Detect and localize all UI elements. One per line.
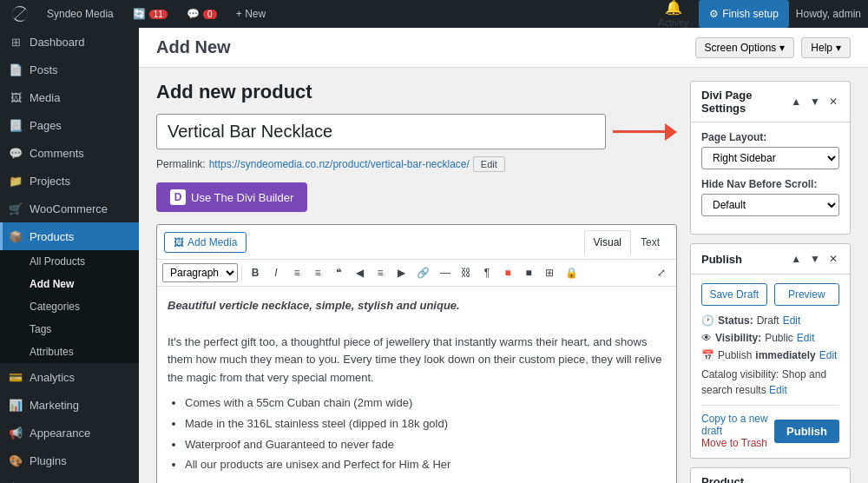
bullet-item-3: Waterproof and Guaranteed to never fade — [185, 436, 666, 454]
publish-panel: Publish ▲ ▼ ✕ Save Draft Preview — [690, 243, 851, 459]
wp-logo[interactable] — [7, 0, 33, 28]
page-layout-select[interactable]: Right Sidebar — [701, 147, 839, 169]
align-right-button[interactable]: ▶ — [391, 264, 411, 281]
link-button[interactable]: 🔗 — [412, 264, 434, 281]
align-center-button[interactable]: ≡ — [371, 264, 390, 281]
sidebar-sub-all-products[interactable]: All Products — [0, 250, 139, 273]
expand-button[interactable]: ⤢ — [652, 264, 671, 281]
content-top-bar-left: Add New — [156, 37, 231, 57]
new-item[interactable]: + New — [231, 0, 271, 28]
pages-icon: 📃 — [9, 118, 23, 132]
visibility-eye-icon: 👁 — [701, 332, 712, 344]
publish-time-edit-link[interactable]: Edit — [819, 349, 838, 361]
preview-button[interactable]: Preview — [774, 283, 840, 306]
publish-panel-body: Save Draft Preview 🕐 Status: Draft Edit … — [691, 275, 850, 458]
updates-item[interactable]: 🔄 11 — [128, 0, 173, 28]
save-draft-button[interactable]: Save Draft — [701, 283, 767, 306]
sidebar-item-appearance[interactable]: 🎨 Plugins — [0, 447, 139, 474]
copy-draft-link[interactable]: Copy to a new draft — [701, 413, 774, 437]
tab-visual[interactable]: Visual — [584, 230, 631, 255]
chevron-down-icon: ▾ — [779, 42, 785, 54]
editor-content[interactable]: Beautiful verticle necklace, simple, sty… — [157, 287, 676, 483]
publish-time-row: 📅 Publish immediately Edit — [701, 349, 839, 361]
activity-icon: 🔔 — [665, 0, 682, 16]
sidebar-sub-add-new[interactable]: Add New — [0, 273, 139, 295]
add-media-button[interactable]: 🖼 Add Media — [164, 232, 247, 253]
sidebar-item-projects[interactable]: 📁 Projects — [0, 167, 139, 195]
visibility-row: 👁 Visibility: Public Edit — [701, 332, 839, 344]
publish-main-button[interactable]: Publish — [774, 420, 839, 443]
comments-item[interactable]: 💬 0 — [181, 0, 222, 28]
bold-button[interactable]: B — [246, 264, 265, 281]
products-icon: 📦 — [9, 229, 23, 243]
catalog-edit-link[interactable]: Edit — [769, 384, 787, 396]
blockquote-button[interactable]: ❝ — [329, 264, 348, 281]
color-2-button[interactable]: ■ — [519, 264, 538, 281]
posts-icon: 📄 — [9, 63, 23, 76]
hide-nav-select[interactable]: Default — [701, 194, 839, 216]
permalink-row: Permalink: https://syndeomedia.co.nz/pro… — [156, 156, 677, 172]
move-trash-link[interactable]: Move to Trash — [701, 437, 774, 449]
permalink-url[interactable]: https://syndeomedia.co.nz/product/vertic… — [209, 158, 470, 170]
divi-panel-down-icon[interactable]: ▼ — [808, 94, 822, 109]
finish-setup-button[interactable]: ⚙ Finish setup — [699, 0, 789, 28]
align-left-button[interactable]: ◀ — [350, 264, 369, 281]
sidebar-item-products[interactable]: 📦 Products — [0, 222, 139, 250]
page-main: Add new product Permalink: https://synde… — [156, 81, 677, 483]
site-name[interactable]: Syndeo Media — [42, 0, 119, 28]
color-1-button[interactable]: ■ — [498, 264, 517, 281]
ordered-list-button[interactable]: ≡ — [308, 264, 327, 281]
publish-panel-icons: ▲ ▼ ✕ — [789, 251, 839, 267]
publish-label: Publish — [718, 349, 752, 361]
page-title: Add new product — [156, 81, 677, 103]
sidebar-item-dashboard[interactable]: ⊞ Dashboard — [0, 28, 139, 56]
status-edit-link[interactable]: Edit — [783, 314, 801, 327]
product-title-input[interactable] — [156, 114, 606, 149]
main-layout: ⊞ Dashboard 📄 Posts 🖼 Media 📃 Pages 💬 Co… — [0, 28, 868, 483]
sidebar-sub-categories[interactable]: Categories — [0, 295, 139, 318]
sidebar-sub-attributes[interactable]: Attributes — [0, 341, 139, 363]
publish-panel-down-icon[interactable]: ▼ — [808, 251, 822, 267]
divi-builder-button[interactable]: D Use The Divi Builder — [156, 182, 307, 212]
calendar-icon: 📅 — [701, 349, 714, 361]
italic-button[interactable]: I — [266, 264, 286, 281]
tab-text[interactable]: Text — [631, 230, 669, 255]
sidebar-item-media[interactable]: 🖼 Media — [0, 83, 139, 111]
permalink-edit-button[interactable]: Edit — [473, 156, 505, 172]
screen-options-button[interactable]: Screen Options ▾ — [695, 37, 795, 58]
sidebar-item-marketing[interactable]: 📢 Appearance — [0, 419, 139, 447]
paragraph-select[interactable]: Paragraph — [162, 263, 238, 282]
sidebar-sub-tags[interactable]: Tags — [0, 318, 139, 341]
visibility-edit-link[interactable]: Edit — [797, 332, 815, 344]
publish-panel-up-icon[interactable]: ▲ — [789, 251, 803, 267]
sidebar-item-plugins[interactable]: 🔌 Users — [0, 474, 139, 483]
publish-panel-title: Publish — [701, 253, 742, 266]
product-title-container — [156, 114, 677, 149]
hr-button[interactable]: — — [436, 264, 455, 281]
editor-tab-area: Visual Text — [584, 230, 669, 254]
help-button[interactable]: Help ▾ — [801, 37, 851, 58]
product-categories-panel: Product categories ▲ ▼ ✕ All categories … — [690, 467, 851, 483]
table-button[interactable]: ⊞ — [540, 264, 559, 281]
projects-icon: 📁 — [9, 174, 23, 188]
sidebar-item-pages[interactable]: 📃 Pages — [0, 111, 139, 139]
paragraph-mark-button[interactable]: ¶ — [477, 264, 496, 281]
divi-panel-up-icon[interactable]: ▲ — [789, 94, 803, 109]
publish-panel-header: Publish ▲ ▼ ✕ — [691, 244, 850, 275]
unlink-button[interactable]: ⛓ — [457, 264, 476, 281]
lock-button[interactable]: 🔒 — [561, 264, 582, 281]
content-top-bar-right: Screen Options ▾ Help ▾ — [695, 37, 851, 58]
publish-when: immediately — [755, 349, 815, 361]
sidebar-item-analytics[interactable]: 📊 Marketing — [0, 391, 139, 419]
divi-panel-header: Divi Page Settings ▲ ▼ ✕ — [691, 82, 850, 122]
sidebar-item-comments[interactable]: 💬 Comments — [0, 139, 139, 167]
page-layout-label: Page Layout: — [701, 131, 839, 143]
updates-badge: 11 — [149, 10, 168, 19]
sidebar-item-woocommerce[interactable]: 🛒 WooCommerce — [0, 195, 139, 222]
divi-panel-close-icon[interactable]: ✕ — [827, 94, 839, 109]
sidebar-item-payments[interactable]: 💳 Analytics — [0, 363, 139, 391]
bullet-item-4: All our products are unisex and Perfect … — [185, 456, 666, 474]
unordered-list-button[interactable]: ≡ — [287, 264, 306, 281]
publish-panel-close-icon[interactable]: ✕ — [827, 251, 839, 267]
sidebar-item-posts[interactable]: 📄 Posts — [0, 56, 139, 83]
